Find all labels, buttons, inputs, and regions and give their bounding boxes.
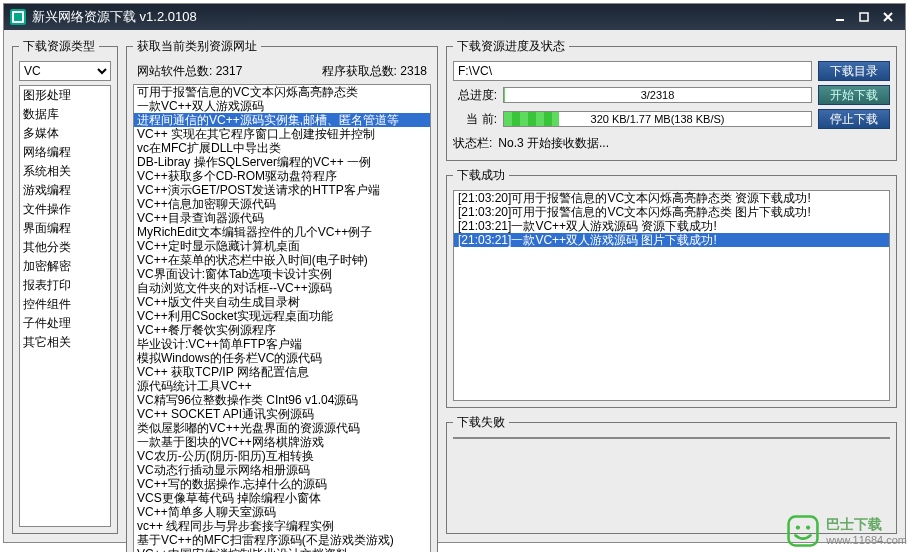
resource-item[interactable]: VC++定时显示隐藏计算机桌面 — [134, 239, 430, 253]
progress-legend: 下载资源进度及状态 — [453, 38, 569, 55]
resource-item[interactable]: VC++简单多人聊天室源码 — [134, 505, 430, 519]
fail-legend: 下载失败 — [453, 414, 509, 431]
current-progress-text: 320 KB/1.77 MB(138 KB/S) — [504, 112, 811, 126]
window-title: 新兴网络资源下载 v1.2.0108 — [32, 8, 829, 26]
resource-item[interactable]: vc在MFC扩展DLL中导出类 — [134, 141, 430, 155]
status-label: 状态栏: — [453, 135, 492, 152]
browse-button[interactable]: 下载目录 — [818, 61, 890, 81]
client-area: 下载资源类型 VC 图形处理数据库多媒体网络编程系统相关游戏编程文件操作界面编程… — [4, 30, 905, 542]
resource-item[interactable]: 模拟Windows的任务栏VC的源代码 — [134, 351, 430, 365]
resource-item[interactable]: VC界面设计:窗体Tab选项卡设计实例 — [134, 267, 430, 281]
total-progress-bar: 3/2318 — [503, 87, 812, 103]
resource-item[interactable]: 可用于报警信息的VC文本闪烁高亮静态类 — [134, 85, 430, 99]
minimize-button[interactable] — [829, 8, 851, 26]
title-bar[interactable]: 新兴网络资源下载 v1.2.0108 — [4, 4, 905, 30]
svg-point-5 — [796, 525, 800, 529]
watermark-name: 巴士下载 — [826, 516, 882, 532]
watermark: 巴士下载 www.11684.com — [786, 514, 907, 548]
success-item[interactable]: [21:03:20]可用于报警信息的VC文本闪烁高亮静态类 图片下载成功! — [454, 205, 889, 219]
resource-item[interactable]: VC++ 实现在其它程序窗口上创建按钮并控制 — [134, 127, 430, 141]
success-item[interactable]: [21:03:21]一款VC++双人游戏源码 图片下载成功! — [454, 233, 889, 247]
success-item[interactable]: [21:03:21]一款VC++双人游戏源码 资源下载成功! — [454, 219, 889, 233]
resource-item[interactable]: 一款基于图块的VC++网络棋牌游戏 — [134, 435, 430, 449]
download-path-input[interactable]: F:\VC\ — [453, 61, 812, 81]
success-list[interactable]: [21:03:20]可用于报警信息的VC文本闪烁高亮静态类 资源下载成功![21… — [453, 190, 890, 401]
resource-item[interactable]: VC++利用CSocket实现远程桌面功能 — [134, 309, 430, 323]
success-legend: 下载成功 — [453, 167, 509, 184]
resource-type-legend: 下载资源类型 — [19, 38, 99, 55]
resource-item[interactable]: 源代码统计工具VC++ — [134, 379, 430, 393]
resource-item[interactable]: MyRichEdit文本编辑器控件的几个VC++例子 — [134, 225, 430, 239]
current-progress-label: 当 前: — [453, 111, 497, 128]
resource-item[interactable]: VC++目录查询器源代码 — [134, 211, 430, 225]
close-button[interactable] — [877, 8, 899, 26]
resource-item[interactable]: VC++版文件夹自动生成目录树 — [134, 295, 430, 309]
resource-type-group: 下载资源类型 VC 图形处理数据库多媒体网络编程系统相关游戏编程文件操作界面编程… — [12, 38, 118, 534]
category-item[interactable]: 系统相关 — [20, 162, 110, 181]
app-window: 新兴网络资源下载 v1.2.0108 下载资源类型 VC 图形处理数据库多媒体网… — [3, 3, 906, 543]
category-item[interactable]: 加密解密 — [20, 257, 110, 276]
resource-item[interactable]: VC++在菜单的状态栏中嵌入时间(电子时钟) — [134, 253, 430, 267]
resource-item[interactable]: VCS更像草莓代码 掉除编程小窗体 — [134, 491, 430, 505]
app-icon — [10, 9, 26, 25]
resource-item[interactable]: DB-Libray 操作SQLServer编程的VC++ 一例 — [134, 155, 430, 169]
category-item[interactable]: 多媒体 — [20, 124, 110, 143]
svg-rect-4 — [789, 517, 818, 546]
current-progress-bar: 320 KB/1.77 MB(138 KB/S) — [503, 111, 812, 127]
resource-item[interactable]: 基于VC++的MFC扫雷程序源码(不是游戏类游戏) — [134, 533, 430, 547]
category-item[interactable]: 数据库 — [20, 105, 110, 124]
svg-rect-1 — [860, 13, 868, 21]
success-group: 下载成功 [21:03:20]可用于报警信息的VC文本闪烁高亮静态类 资源下载成… — [446, 167, 897, 408]
category-item[interactable]: 报表打印 — [20, 276, 110, 295]
maximize-button[interactable] — [853, 8, 875, 26]
resource-item[interactable]: VC++写的数据操作.忘掉什么的源码 — [134, 477, 430, 491]
site-count-label: 网站软件总数: — [137, 64, 212, 78]
resource-item[interactable]: 进程间通信的VC++源码实例集,邮槽、匿名管道等 — [134, 113, 430, 127]
resource-url-legend: 获取当前类别资源网址 — [133, 38, 261, 55]
resource-item[interactable]: VC++信息加密聊天源代码 — [134, 197, 430, 211]
watermark-url: www.11684.com — [826, 534, 907, 546]
prog-count-value: 2318 — [400, 64, 427, 78]
start-download-button[interactable]: 开始下载 — [818, 85, 890, 105]
total-progress-label: 总进度: — [453, 87, 497, 104]
category-item[interactable]: 游戏编程 — [20, 181, 110, 200]
resource-item[interactable]: 毕业设计:VC++简单FTP客户端 — [134, 337, 430, 351]
resource-item[interactable]: VC++ SOCKET API通讯实例源码 — [134, 407, 430, 421]
site-count-value: 2317 — [216, 64, 243, 78]
total-progress-text: 3/2318 — [504, 88, 811, 102]
resource-list[interactable]: 可用于报警信息的VC文本闪烁高亮静态类一款VC++双人游戏源码进程间通信的VC+… — [133, 84, 431, 552]
stop-download-button[interactable]: 停止下载 — [818, 109, 890, 129]
resource-item[interactable]: VC++演示GET/POST发送请求的HTTP客户端 — [134, 183, 430, 197]
svg-point-6 — [806, 525, 810, 529]
resource-item[interactable]: VC++餐厅餐饮实例源程序 — [134, 323, 430, 337]
resource-item[interactable]: VC动态行插动显示网络相册源码 — [134, 463, 430, 477]
category-item[interactable]: 子件处理 — [20, 314, 110, 333]
resource-item[interactable]: 自动浏览文件夹的对话框--VC++源码 — [134, 281, 430, 295]
smile-icon — [786, 514, 820, 548]
resource-item[interactable]: vc++ 线程同步与异步套接字编程实例 — [134, 519, 430, 533]
status-text: No.3 开始接收数据... — [498, 135, 609, 152]
progress-group: 下载资源进度及状态 F:\VC\ 下载目录 总进度: 3/2318 开始下载 当… — [446, 38, 897, 161]
resource-item[interactable]: VC农历-公历(阴历-阳历)互相转换 — [134, 449, 430, 463]
category-item[interactable]: 图形处理 — [20, 86, 110, 105]
category-list[interactable]: 图形处理数据库多媒体网络编程系统相关游戏编程文件操作界面编程其他分类加密解密报表… — [19, 85, 111, 527]
resource-item[interactable]: 一款VC++双人游戏源码 — [134, 99, 430, 113]
resource-url-group: 获取当前类别资源网址 网站软件总数: 2317 程序获取总数: 2318 可用于… — [126, 38, 438, 552]
resource-item[interactable]: 类似屋影嘟的VC++光盘界面的资源源代码 — [134, 421, 430, 435]
category-item[interactable]: 控件组件 — [20, 295, 110, 314]
resource-type-select[interactable]: VC — [19, 61, 111, 81]
category-item[interactable]: 其他分类 — [20, 238, 110, 257]
category-item[interactable]: 网络编程 — [20, 143, 110, 162]
fail-list[interactable] — [453, 437, 890, 439]
resource-item[interactable]: VC++获取多个CD-ROM驱动盘符程序 — [134, 169, 430, 183]
category-item[interactable]: 其它相关 — [20, 333, 110, 352]
prog-count-label: 程序获取总数: — [322, 64, 397, 78]
resource-item[interactable]: VC++中国宏体消控制毕业设计文档资料 — [134, 547, 430, 552]
category-item[interactable]: 文件操作 — [20, 200, 110, 219]
resource-item[interactable]: VC精写96位整数操作类 CInt96 v1.04源码 — [134, 393, 430, 407]
category-item[interactable]: 界面编程 — [20, 219, 110, 238]
resource-item[interactable]: VC++ 获取TCP/IP 网络配置信息 — [134, 365, 430, 379]
success-item[interactable]: [21:03:20]可用于报警信息的VC文本闪烁高亮静态类 资源下载成功! — [454, 191, 889, 205]
